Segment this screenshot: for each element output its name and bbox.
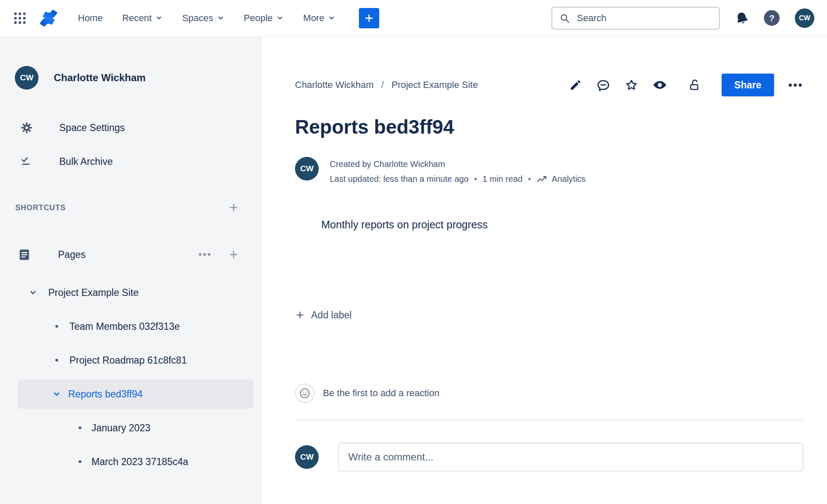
chevron-down-icon [328,14,335,22]
primary-nav: Home Recent Spaces People More [78,13,335,24]
add-label-button[interactable]: Add label [295,310,803,321]
comment-composer: CW [295,443,803,471]
document-icon [18,248,31,261]
content-header: Charlotte Wickham / Project Example Site [295,74,803,96]
chevron-down-icon [276,14,284,22]
tree-item-label: Project Roadmap 61c8fc81 [69,355,187,366]
bell-icon [733,9,750,27]
dot-separator: • [528,172,531,186]
chevron-down-icon [52,390,61,398]
restrictions-button[interactable] [688,78,701,92]
topbar-right: ? CW [551,7,814,30]
shortcuts-heading: SHORTCUTS [15,203,66,212]
add-reaction-button[interactable] [295,383,314,403]
pages-more-button[interactable]: ••• [198,249,212,260]
section-divider [295,420,803,421]
gear-icon [15,121,39,134]
share-button[interactable]: Share [722,74,774,96]
pencil-icon [569,79,582,91]
author-avatar: CW [295,157,319,181]
space-avatar: CW [15,66,39,90]
bullet-icon: • [77,422,83,434]
pages-heading: Pages [58,249,85,260]
commenter-avatar: CW [295,445,319,469]
tree-item-project-roadmap[interactable]: • Project Roadmap 61c8fc81 [0,343,261,377]
shortcuts-section: SHORTCUTS [0,202,261,213]
analytics-link[interactable]: Analytics [537,172,586,186]
tree-item-january-2023[interactable]: • January 2023 [0,411,261,445]
bulk-archive-icon [15,155,39,168]
sidebar-item-bulk-archive[interactable]: Bulk Archive [0,145,261,178]
confluence-logo-icon [39,9,58,27]
search-icon [559,13,570,24]
nav-recent[interactable]: Recent [122,13,163,24]
sidebar-item-space-settings[interactable]: Space Settings [0,111,261,145]
pages-section-header[interactable]: Pages ••• [0,241,261,268]
favorite-button[interactable] [625,78,638,92]
confluence-logo[interactable] [39,9,58,27]
space-name: Charlotte Wickham [54,72,146,84]
chevron-down-icon [29,288,37,297]
nav-home[interactable]: Home [78,13,103,24]
edit-button[interactable] [569,79,582,91]
chevron-down-icon [155,14,163,22]
grid-icon [13,11,27,25]
last-updated-text: Last updated: less than a minute ago [330,172,469,186]
analytics-icon [537,174,548,184]
chevron-down-icon [217,14,224,22]
space-header[interactable]: CW Charlotte Wickham [0,60,261,96]
space-sidebar: CW Charlotte Wickham [0,36,262,504]
nav-people[interactable]: People [244,13,284,24]
byline: CW Created by Charlotte Wickham Last upd… [295,157,803,186]
search-input[interactable] [576,12,712,24]
nav-spaces[interactable]: Spaces [182,13,224,24]
plus-icon [228,249,239,260]
comment-button[interactable] [596,78,610,92]
breadcrumb-item[interactable]: Project Example Site [391,79,478,90]
plus-icon [364,13,375,24]
analytics-label: Analytics [552,172,586,186]
page-more-button[interactable]: ••• [788,79,803,91]
tree-item-march-2023[interactable]: • March 2023 37185c4a [0,445,261,479]
breadcrumb-item[interactable]: Charlotte Wickham [295,79,374,90]
plus-icon [295,310,305,320]
app-switcher-button[interactable] [13,11,27,25]
reactions-section: Be the first to add a reaction [295,383,803,403]
search-box [551,7,720,30]
add-label-text: Add label [311,310,352,321]
plus-icon [228,202,239,213]
reaction-prompt: Be the first to add a reaction [323,388,439,399]
nav-label: Spaces [182,13,213,24]
create-button[interactable] [359,8,379,28]
sidebar-item-label: Space Settings [59,122,125,134]
question-mark-icon: ? [764,10,780,26]
top-navigation-bar: Home Recent Spaces People More [0,0,827,36]
tree-item-project-example-site[interactable]: Project Example Site [0,276,261,310]
breadcrumb: Charlotte Wickham / Project Example Site [295,79,478,90]
bullet-icon: • [77,456,83,468]
notifications-button[interactable] [735,11,749,25]
watch-button[interactable] [653,78,667,92]
tree-item-reports-selected[interactable]: Reports bed3ff94 [18,379,254,409]
nav-more[interactable]: More [303,13,335,24]
comment-input[interactable] [338,443,803,471]
nav-label: Home [78,13,103,24]
main-area: CW Charlotte Wickham [0,36,827,504]
tree-item-label: Team Members 032f313e [69,321,180,332]
user-avatar: CW [795,8,814,28]
profile-button[interactable]: CW [795,8,814,28]
bullet-icon: • [54,354,60,366]
speech-bubble-icon [596,78,610,92]
add-page-button[interactable] [228,249,239,260]
dot-separator: • [474,172,477,186]
tree-item-label: Project Example Site [48,287,138,299]
nav-label: People [244,13,273,24]
add-shortcut-button[interactable] [228,202,239,213]
page-actions: Share ••• [569,74,803,96]
tree-item-team-members[interactable]: • Team Members 032f313e [0,310,261,343]
unlock-icon [688,78,701,92]
space-nav: Space Settings Bulk Archive [0,111,261,178]
page-body-text: Monthly reports on project progress [321,219,803,231]
help-button[interactable]: ? [764,10,780,26]
nav-label: More [303,13,324,24]
